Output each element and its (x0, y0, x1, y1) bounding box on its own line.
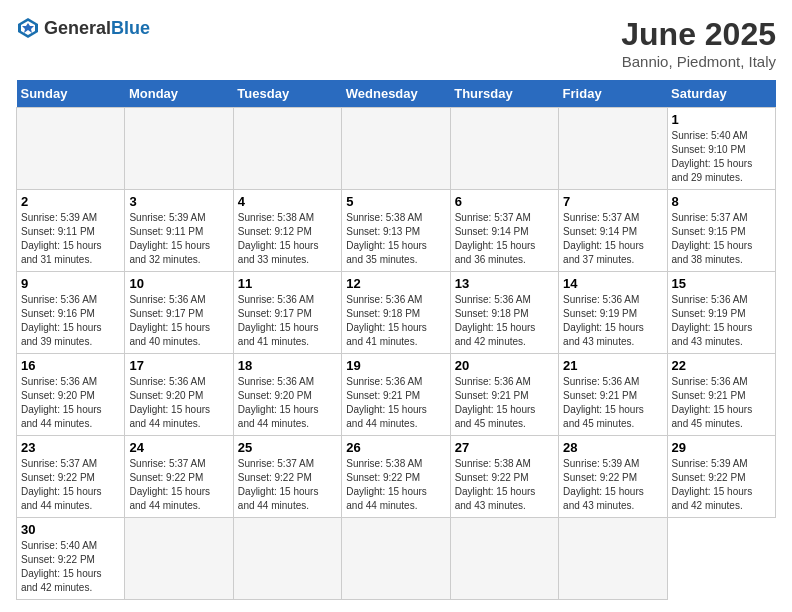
weekday-header-friday: Friday (559, 80, 667, 108)
calendar-day: 26Sunrise: 5:38 AMSunset: 9:22 PMDayligh… (342, 436, 450, 518)
day-number: 8 (672, 194, 771, 209)
day-number: 25 (238, 440, 337, 455)
day-info: Sunrise: 5:39 AMSunset: 9:22 PMDaylight:… (672, 457, 771, 513)
day-info: Sunrise: 5:36 AMSunset: 9:18 PMDaylight:… (455, 293, 554, 349)
day-info: Sunrise: 5:38 AMSunset: 9:13 PMDaylight:… (346, 211, 445, 267)
day-info: Sunrise: 5:36 AMSunset: 9:17 PMDaylight:… (238, 293, 337, 349)
calendar-day (17, 108, 125, 190)
title-area: June 2025 Bannio, Piedmont, Italy (621, 16, 776, 70)
calendar-day: 4Sunrise: 5:38 AMSunset: 9:12 PMDaylight… (233, 190, 341, 272)
day-info: Sunrise: 5:38 AMSunset: 9:12 PMDaylight:… (238, 211, 337, 267)
calendar-day: 12Sunrise: 5:36 AMSunset: 9:18 PMDayligh… (342, 272, 450, 354)
calendar-day (233, 108, 341, 190)
calendar-row: 23Sunrise: 5:37 AMSunset: 9:22 PMDayligh… (17, 436, 776, 518)
day-number: 30 (21, 522, 120, 537)
calendar-day: 28Sunrise: 5:39 AMSunset: 9:22 PMDayligh… (559, 436, 667, 518)
calendar-table: SundayMondayTuesdayWednesdayThursdayFrid… (16, 80, 776, 600)
day-info: Sunrise: 5:37 AMSunset: 9:14 PMDaylight:… (563, 211, 662, 267)
calendar-day: 23Sunrise: 5:37 AMSunset: 9:22 PMDayligh… (17, 436, 125, 518)
month-title: June 2025 (621, 16, 776, 53)
day-info: Sunrise: 5:36 AMSunset: 9:17 PMDaylight:… (129, 293, 228, 349)
day-info: Sunrise: 5:40 AMSunset: 9:22 PMDaylight:… (21, 539, 120, 595)
calendar-row: 2Sunrise: 5:39 AMSunset: 9:11 PMDaylight… (17, 190, 776, 272)
day-info: Sunrise: 5:36 AMSunset: 9:20 PMDaylight:… (238, 375, 337, 431)
day-number: 22 (672, 358, 771, 373)
calendar-day: 6Sunrise: 5:37 AMSunset: 9:14 PMDaylight… (450, 190, 558, 272)
calendar-day: 10Sunrise: 5:36 AMSunset: 9:17 PMDayligh… (125, 272, 233, 354)
day-info: Sunrise: 5:36 AMSunset: 9:21 PMDaylight:… (563, 375, 662, 431)
day-number: 28 (563, 440, 662, 455)
calendar-day (342, 518, 450, 600)
day-number: 5 (346, 194, 445, 209)
calendar-day (559, 108, 667, 190)
day-info: Sunrise: 5:38 AMSunset: 9:22 PMDaylight:… (455, 457, 554, 513)
calendar-day: 21Sunrise: 5:36 AMSunset: 9:21 PMDayligh… (559, 354, 667, 436)
weekday-header-wednesday: Wednesday (342, 80, 450, 108)
day-number: 9 (21, 276, 120, 291)
weekday-header-row: SundayMondayTuesdayWednesdayThursdayFrid… (17, 80, 776, 108)
weekday-header-sunday: Sunday (17, 80, 125, 108)
logo-icon (16, 16, 40, 40)
calendar-day: 8Sunrise: 5:37 AMSunset: 9:15 PMDaylight… (667, 190, 775, 272)
day-number: 20 (455, 358, 554, 373)
calendar-row: 30Sunrise: 5:40 AMSunset: 9:22 PMDayligh… (17, 518, 776, 600)
calendar-day (450, 518, 558, 600)
calendar-day: 7Sunrise: 5:37 AMSunset: 9:14 PMDaylight… (559, 190, 667, 272)
logo-text: GeneralBlue (44, 18, 150, 39)
calendar-day: 24Sunrise: 5:37 AMSunset: 9:22 PMDayligh… (125, 436, 233, 518)
calendar-day (342, 108, 450, 190)
day-number: 10 (129, 276, 228, 291)
day-info: Sunrise: 5:37 AMSunset: 9:15 PMDaylight:… (672, 211, 771, 267)
calendar-day: 20Sunrise: 5:36 AMSunset: 9:21 PMDayligh… (450, 354, 558, 436)
calendar-day: 3Sunrise: 5:39 AMSunset: 9:11 PMDaylight… (125, 190, 233, 272)
calendar-day: 2Sunrise: 5:39 AMSunset: 9:11 PMDaylight… (17, 190, 125, 272)
day-info: Sunrise: 5:37 AMSunset: 9:22 PMDaylight:… (21, 457, 120, 513)
calendar-day: 27Sunrise: 5:38 AMSunset: 9:22 PMDayligh… (450, 436, 558, 518)
header: GeneralBlue June 2025 Bannio, Piedmont, … (16, 16, 776, 70)
calendar-day: 22Sunrise: 5:36 AMSunset: 9:21 PMDayligh… (667, 354, 775, 436)
calendar-day: 29Sunrise: 5:39 AMSunset: 9:22 PMDayligh… (667, 436, 775, 518)
weekday-header-thursday: Thursday (450, 80, 558, 108)
calendar-day: 19Sunrise: 5:36 AMSunset: 9:21 PMDayligh… (342, 354, 450, 436)
day-info: Sunrise: 5:39 AMSunset: 9:22 PMDaylight:… (563, 457, 662, 513)
day-number: 29 (672, 440, 771, 455)
weekday-header-tuesday: Tuesday (233, 80, 341, 108)
calendar-day: 25Sunrise: 5:37 AMSunset: 9:22 PMDayligh… (233, 436, 341, 518)
day-number: 11 (238, 276, 337, 291)
day-info: Sunrise: 5:39 AMSunset: 9:11 PMDaylight:… (129, 211, 228, 267)
day-info: Sunrise: 5:36 AMSunset: 9:16 PMDaylight:… (21, 293, 120, 349)
day-number: 26 (346, 440, 445, 455)
weekday-header-monday: Monday (125, 80, 233, 108)
day-number: 19 (346, 358, 445, 373)
day-number: 13 (455, 276, 554, 291)
day-info: Sunrise: 5:39 AMSunset: 9:11 PMDaylight:… (21, 211, 120, 267)
day-number: 1 (672, 112, 771, 127)
day-info: Sunrise: 5:36 AMSunset: 9:19 PMDaylight:… (563, 293, 662, 349)
day-number: 12 (346, 276, 445, 291)
logo: GeneralBlue (16, 16, 150, 40)
day-number: 14 (563, 276, 662, 291)
day-info: Sunrise: 5:36 AMSunset: 9:21 PMDaylight:… (346, 375, 445, 431)
day-info: Sunrise: 5:37 AMSunset: 9:22 PMDaylight:… (238, 457, 337, 513)
day-info: Sunrise: 5:37 AMSunset: 9:14 PMDaylight:… (455, 211, 554, 267)
day-number: 4 (238, 194, 337, 209)
calendar-day (450, 108, 558, 190)
calendar-day: 11Sunrise: 5:36 AMSunset: 9:17 PMDayligh… (233, 272, 341, 354)
day-info: Sunrise: 5:37 AMSunset: 9:22 PMDaylight:… (129, 457, 228, 513)
day-number: 2 (21, 194, 120, 209)
calendar-row: 16Sunrise: 5:36 AMSunset: 9:20 PMDayligh… (17, 354, 776, 436)
day-info: Sunrise: 5:36 AMSunset: 9:18 PMDaylight:… (346, 293, 445, 349)
calendar-day (233, 518, 341, 600)
weekday-header-saturday: Saturday (667, 80, 775, 108)
day-info: Sunrise: 5:40 AMSunset: 9:10 PMDaylight:… (672, 129, 771, 185)
calendar-day (125, 518, 233, 600)
day-number: 23 (21, 440, 120, 455)
day-info: Sunrise: 5:38 AMSunset: 9:22 PMDaylight:… (346, 457, 445, 513)
calendar-day: 18Sunrise: 5:36 AMSunset: 9:20 PMDayligh… (233, 354, 341, 436)
calendar-row: 9Sunrise: 5:36 AMSunset: 9:16 PMDaylight… (17, 272, 776, 354)
day-info: Sunrise: 5:36 AMSunset: 9:21 PMDaylight:… (672, 375, 771, 431)
day-info: Sunrise: 5:36 AMSunset: 9:21 PMDaylight:… (455, 375, 554, 431)
day-number: 7 (563, 194, 662, 209)
calendar-day (559, 518, 667, 600)
day-number: 24 (129, 440, 228, 455)
